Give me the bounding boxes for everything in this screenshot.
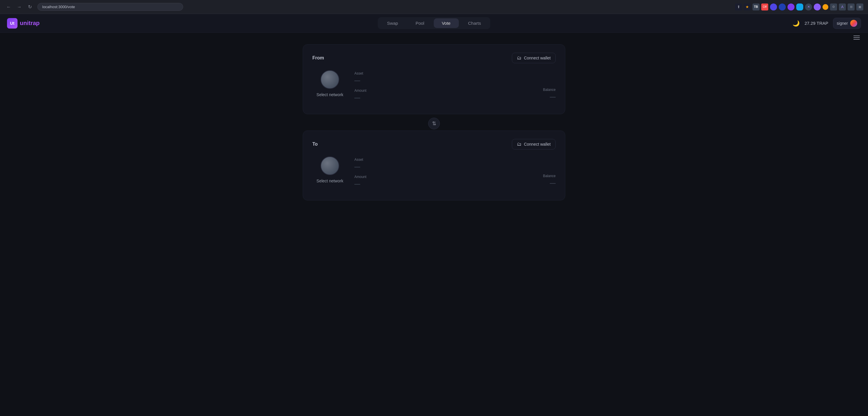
to-inner-row: Select network Asset — Amount — Balance …: [312, 157, 556, 192]
from-asset-value: —: [354, 77, 536, 84]
from-connect-wallet-button[interactable]: 🗂 Connect wallet: [512, 53, 556, 63]
nav-tabs: Swap Pool Vote Charts: [378, 17, 490, 29]
app-header: Ut unitrap Swap Pool Vote Charts 🌙 27.29…: [0, 14, 868, 33]
to-asset-group: Asset —: [354, 158, 536, 170]
url-text: localhost:3000/vote: [42, 5, 75, 9]
from-connect-wallet-label: Connect wallet: [524, 56, 551, 60]
to-connect-wallet-label: Connect wallet: [524, 142, 551, 146]
from-balance-section: Balance —: [543, 70, 556, 100]
from-network-selector[interactable]: Select network: [312, 70, 347, 97]
ext-x-icon[interactable]: ✕: [805, 3, 812, 10]
tab-pool[interactable]: Pool: [407, 19, 433, 28]
to-panel: To 🗂 Connect wallet Select network Asset…: [303, 131, 565, 200]
to-amount-label: Amount: [354, 175, 536, 179]
from-amount-group: Amount —: [354, 89, 536, 101]
hamburger-line-3: [854, 39, 860, 40]
to-amount-value: —: [354, 181, 536, 187]
swap-arrows-icon: ⇅: [432, 120, 436, 127]
ext-off-badge[interactable]: Off: [761, 3, 768, 10]
to-network-selector[interactable]: Select network: [312, 157, 347, 183]
browser-chrome: ← → ↻ localhost:3000/vote ⬆ ★ TB Off ✕ ⚙…: [0, 0, 868, 14]
logo[interactable]: Ut unitrap: [7, 18, 40, 29]
swap-arrows-button[interactable]: ⇅: [428, 118, 440, 129]
ext-window-icon[interactable]: ▣: [856, 3, 863, 10]
logo-text: unitrap: [20, 20, 40, 27]
to-network-circle: [320, 157, 339, 175]
ext-share-icon[interactable]: ⬆: [735, 3, 742, 10]
ext-purple-icon[interactable]: [770, 3, 777, 10]
theme-toggle-button[interactable]: 🌙: [793, 20, 800, 27]
to-balance-section: Balance —: [543, 157, 556, 186]
trap-balance: 27.29 TRAP: [804, 21, 828, 26]
wallet-icon-to: 🗂: [517, 142, 522, 147]
hamburger-line-2: [854, 37, 860, 38]
header-right: 🌙 27.29 TRAP signer: [793, 18, 861, 29]
from-balance-label: Balance: [543, 88, 556, 92]
tab-charts[interactable]: Charts: [460, 19, 489, 28]
from-network-name: Select network: [316, 92, 343, 97]
to-connect-wallet-button[interactable]: 🗂 Connect wallet: [512, 139, 556, 149]
to-amount-group: Amount —: [354, 175, 536, 187]
from-asset-group: Asset —: [354, 71, 536, 84]
ext-metamask-icon[interactable]: [814, 3, 821, 10]
to-asset-amount: Asset — Amount —: [354, 157, 536, 192]
from-label: From: [312, 55, 324, 61]
ext-blue-icon[interactable]: [779, 3, 786, 10]
ext-cyan-icon[interactable]: [796, 3, 803, 10]
to-panel-header: To 🗂 Connect wallet: [312, 139, 556, 149]
from-asset-amount: Asset — Amount —: [354, 70, 536, 106]
to-asset-value: —: [354, 164, 536, 170]
back-button[interactable]: ←: [5, 3, 13, 11]
browser-nav-buttons: ← → ↻: [5, 3, 34, 11]
from-balance-value: —: [543, 94, 556, 100]
signer-label: signer: [837, 21, 848, 26]
to-network-name: Select network: [316, 179, 343, 183]
signer-avatar: [850, 20, 857, 27]
hamburger-line-1: [854, 36, 860, 36]
from-network-circle: [320, 70, 339, 89]
ext-orange-icon[interactable]: [823, 4, 828, 10]
ext-star-icon[interactable]: ★: [744, 3, 751, 10]
from-amount-label: Amount: [354, 89, 536, 93]
to-label: To: [312, 142, 318, 147]
wallet-icon-from: 🗂: [517, 55, 522, 61]
from-asset-label: Asset: [354, 71, 536, 75]
ext-a-icon[interactable]: A: [839, 3, 846, 10]
from-panel-header: From 🗂 Connect wallet: [312, 53, 556, 63]
tab-vote[interactable]: Vote: [434, 19, 459, 28]
forward-button[interactable]: →: [15, 3, 23, 11]
ext-gear-icon[interactable]: ⚙: [830, 3, 837, 10]
tab-swap[interactable]: Swap: [379, 19, 406, 28]
reload-button[interactable]: ↻: [26, 3, 34, 11]
hamburger-menu[interactable]: [852, 34, 861, 41]
to-balance-label: Balance: [543, 174, 556, 178]
from-inner-row: Select network Asset — Amount — Balance …: [312, 70, 556, 106]
ext-tb-icon[interactable]: TB: [752, 3, 760, 10]
signer-button[interactable]: signer: [833, 18, 861, 29]
from-panel: From 🗂 Connect wallet Select network Ass…: [303, 44, 565, 114]
main-content: From 🗂 Connect wallet Select network Ass…: [303, 33, 565, 214]
swap-divider: ⇅: [303, 116, 565, 131]
ext-puzzle-icon[interactable]: ⊞: [847, 3, 855, 10]
ext-violet-icon[interactable]: [787, 3, 795, 10]
to-asset-label: Asset: [354, 158, 536, 162]
from-amount-value: —: [354, 94, 536, 101]
to-balance-value: —: [543, 180, 556, 186]
logo-icon: Ut: [7, 18, 18, 29]
address-bar[interactable]: localhost:3000/vote: [37, 3, 183, 11]
browser-extensions: ⬆ ★ TB Off ✕ ⚙ A ⊞ ▣: [735, 3, 863, 10]
